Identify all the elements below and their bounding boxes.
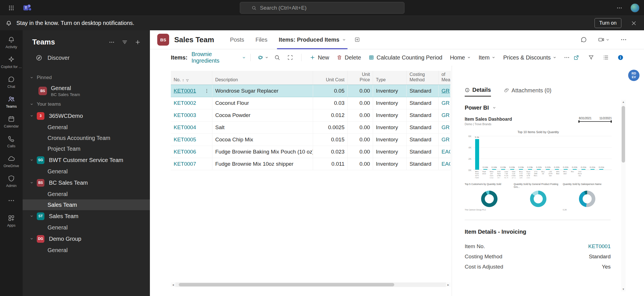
cell-no[interactable]: KET0002: [171, 97, 212, 109]
share-icon[interactable]: [573, 54, 580, 61]
channel-365wcdemo-general[interactable]: General: [23, 122, 150, 133]
rail-item-admin[interactable]: Admin: [0, 171, 23, 191]
channel-365wcdemo-project-team[interactable]: Project Team: [23, 143, 150, 154]
rail-item-apps[interactable]: Apps: [0, 211, 23, 231]
cell-no[interactable]: KET0005: [171, 134, 212, 146]
purch-unit-link[interactable]: GR: [441, 100, 450, 106]
rail-item-activity[interactable]: Activity: [0, 33, 23, 52]
rail-item-onedrive[interactable]: OneDrive: [0, 152, 23, 171]
table-row-ket0003[interactable]: KET0003Cocoa Powder0.0120.00InventorySta…: [171, 109, 451, 122]
report-date-slicer[interactable]: 8/31/202111/2/2021: [578, 117, 612, 126]
cell-no[interactable]: KET0006: [171, 146, 212, 158]
user-avatar[interactable]: [630, 3, 639, 12]
team-demo-group[interactable]: DGDemo Group: [23, 233, 150, 245]
table-row-ket0005[interactable]: KET0005Cocoa Chip Mix0.0150.00InventoryS…: [171, 134, 451, 146]
table-row-ket0006[interactable]: KET0006Fudge Brownie Baking Mix Pouch (1…: [171, 146, 451, 158]
channel-bwt-customer-service-team-general[interactable]: General: [23, 166, 150, 177]
item-menu[interactable]: Item: [479, 54, 495, 61]
table-row-ket0007[interactable]: KET0007Fudge Brownie Mix 10oz shipper0.0…: [171, 158, 451, 170]
scroll-left-arrow[interactable]: ◄: [171, 283, 175, 286]
discover-button[interactable]: Discover: [23, 52, 150, 64]
delete-button[interactable]: Delete: [337, 54, 361, 61]
filter-icon[interactable]: [588, 54, 594, 61]
cell-no[interactable]: KET0007: [171, 158, 212, 170]
team-bwt-customer-service-team[interactable]: SGBWT Customer Service Team: [23, 154, 150, 166]
factbox-tab-details[interactable]: Details: [465, 87, 491, 97]
item-no-link[interactable]: KET0002: [174, 100, 196, 106]
team-365wcdemo[interactable]: 3365WCDemo: [23, 110, 150, 122]
factbox-tab-attachments[interactable]: Attachments (0): [504, 87, 552, 97]
chat-icon[interactable]: [580, 36, 587, 43]
info-icon[interactable]: [617, 54, 624, 61]
channel-bc-sales-team-sales-team[interactable]: Sales Team: [23, 199, 150, 210]
column-header-costing[interactable]: Costing Method: [407, 71, 439, 84]
new-button[interactable]: New: [310, 54, 329, 61]
horizontal-scrollbar-track[interactable]: [175, 282, 446, 287]
horizontal-scrollbar[interactable]: ◄ ►: [171, 282, 451, 287]
section-header-your-teams[interactable]: Your teams: [23, 99, 150, 110]
powerbi-section-toggle[interactable]: Power BI: [465, 105, 644, 111]
column-header-cost[interactable]: Unit Cost: [313, 71, 348, 84]
vertical-scrollbar[interactable]: ▲ ▼: [621, 100, 626, 291]
analysis-mode-button[interactable]: [257, 54, 268, 61]
rail-item-calls[interactable]: Calls: [0, 132, 23, 152]
item-no-link[interactable]: KET0005: [174, 137, 196, 143]
cell-no[interactable]: KET0003: [171, 109, 212, 121]
vertical-scrollbar-thumb[interactable]: [622, 106, 625, 163]
pinned-channel-bc-sales-team-general[interactable]: BSGeneralBC Sales Team: [23, 83, 150, 99]
waffle-menu-button[interactable]: [0, 5, 23, 11]
channel-more-button[interactable]: [620, 36, 627, 43]
sidebar-more-button[interactable]: [109, 39, 115, 45]
rail-item-more[interactable]: [0, 191, 23, 211]
focus-mode-button[interactable]: [287, 54, 293, 61]
table-row-ket0002[interactable]: KET0002Coconut Flour0.030.00InventorySta…: [171, 97, 451, 109]
calculate-counting-period-button[interactable]: Calculate Counting Period: [369, 54, 442, 61]
row-menu-icon[interactable]: [204, 88, 209, 93]
table-row-ket0001[interactable]: KET0001Wondrose Sugar Replacer0.050.00In…: [171, 85, 451, 97]
item-no-link[interactable]: KET0003: [174, 112, 196, 118]
item-no-link[interactable]: KET0004: [174, 124, 196, 131]
sidebar-filter-button[interactable]: [122, 39, 128, 45]
topbar-more-button[interactable]: [616, 5, 623, 11]
field-value[interactable]: KET0001: [588, 243, 611, 250]
user-initials-badge[interactable]: RD EV: [628, 70, 639, 81]
item-no-link[interactable]: KET0001: [174, 88, 196, 94]
purch-unit-link[interactable]: GR: [441, 124, 450, 131]
item-no-link[interactable]: KET0007: [174, 161, 196, 167]
team-sales-team[interactable]: STSales Team: [23, 210, 150, 222]
global-search-input[interactable]: Search (Ctrl+Alt+E): [240, 2, 404, 14]
team-bc-sales-team[interactable]: BSBC Sales Team: [23, 177, 150, 189]
banner-close-icon[interactable]: [631, 20, 637, 26]
prices-discounts-menu[interactable]: Prices & Discounts: [503, 54, 556, 61]
purch-unit-link[interactable]: EAC: [441, 149, 451, 155]
tab-files[interactable]: Files: [250, 30, 273, 49]
rail-item-chat[interactable]: Chat: [0, 72, 23, 92]
cell-no[interactable]: KET0001: [171, 85, 212, 97]
column-header-type[interactable]: Type: [373, 71, 407, 84]
cell-no[interactable]: KET0004: [171, 122, 212, 133]
date-range-slider[interactable]: [578, 121, 612, 122]
rail-item-copilot[interactable]: Copilot for ...: [0, 52, 23, 72]
scroll-right-arrow[interactable]: ►: [446, 283, 451, 286]
section-header-pinned[interactable]: Pinned: [23, 72, 150, 83]
purch-unit-link[interactable]: GR: [441, 88, 450, 94]
toolbar-more-button[interactable]: [564, 54, 570, 61]
purch-unit-link[interactable]: GR: [441, 112, 450, 118]
channel-demo-group-general[interactable]: General: [23, 245, 150, 255]
horizontal-scrollbar-thumb[interactable]: [179, 283, 394, 286]
column-header-purch[interactable]: Purch. of Mea: [439, 71, 451, 84]
tab-items-produced-items[interactable]: Items: Produced Items: [273, 30, 352, 49]
channel-sales-team-general[interactable]: General: [23, 222, 150, 233]
list-view-icon[interactable]: [603, 54, 609, 61]
scroll-down-arrow[interactable]: ▼: [622, 287, 625, 291]
scroll-up-arrow[interactable]: ▲: [622, 100, 625, 104]
rail-item-teams[interactable]: Teams: [0, 92, 23, 112]
column-header-desc[interactable]: Description: [212, 71, 313, 84]
tab-posts[interactable]: Posts: [224, 30, 250, 49]
rail-item-calendar[interactable]: Calendar: [0, 112, 23, 132]
add-tab-button[interactable]: [354, 37, 360, 42]
channel-365wcdemo-cronus-accounting-team[interactable]: Cronus Accounting Team: [23, 133, 150, 143]
table-row-ket0004[interactable]: KET0004Salt0.00250.00InventoryStandardGR: [171, 122, 451, 134]
channel-bc-sales-team-general[interactable]: General: [23, 189, 150, 199]
item-no-link[interactable]: KET0006: [174, 149, 196, 155]
